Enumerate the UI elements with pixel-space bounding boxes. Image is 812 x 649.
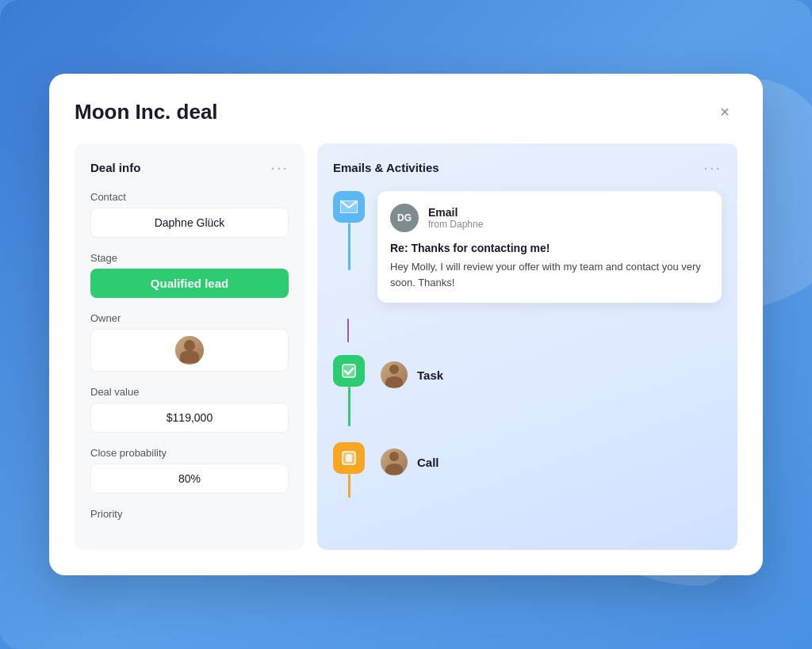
timeline-line-yellow	[348, 474, 350, 498]
email-meta: Email from Daphne	[428, 206, 709, 230]
timeline-line-green	[348, 387, 350, 426]
activities-content: Emails & Activities ···	[333, 159, 722, 498]
owner-label: Owner	[90, 312, 289, 324]
email-subject: Re: Thanks for contacting me!	[390, 242, 709, 254]
modal-title: Moon Inc. deal	[75, 100, 218, 124]
activities-header: Emails & Activities ···	[333, 159, 722, 175]
timeline-item-call: Call	[333, 442, 722, 498]
modal: Moon Inc. deal × Deal info ··· Contact D…	[49, 74, 763, 575]
task-content: Task	[381, 355, 443, 395]
task-avatar	[381, 361, 408, 388]
priority-label: Priority	[90, 508, 289, 520]
deal-info-more-button[interactable]: ···	[270, 159, 289, 175]
modal-header: Moon Inc. deal ×	[75, 99, 737, 124]
close-button[interactable]: ×	[712, 99, 737, 124]
close-prob-field-group: Close probability 80%	[90, 447, 289, 494]
email-sender-name: Email	[428, 206, 709, 219]
deal-info-panel: Deal info ··· Contact Daphne Glück Stage…	[75, 143, 304, 550]
timeline-item-email: DG Email from Daphne Re: Thanks for cont…	[333, 191, 722, 303]
stage-field-group: Stage Qualified lead	[90, 252, 289, 298]
dg-avatar: DG	[390, 204, 419, 232]
timeline-item-task: Task	[333, 355, 722, 426]
email-card-header: DG Email from Daphne	[390, 204, 709, 232]
activities-title: Emails & Activities	[333, 161, 439, 174]
task-name: Task	[417, 368, 443, 382]
stage-badge[interactable]: Qualified lead	[90, 269, 289, 298]
modal-body: Deal info ··· Contact Daphne Glück Stage…	[75, 143, 737, 550]
svg-rect-6	[346, 454, 352, 462]
close-prob-value: 80%	[90, 464, 289, 494]
call-name: Call	[417, 456, 439, 469]
activities-panel: Emails & Activities ···	[317, 143, 737, 550]
dg-avatar-initials: DG	[397, 212, 412, 223]
email-icon	[333, 191, 365, 223]
owner-value	[90, 329, 289, 372]
deal-info-title: Deal info	[90, 161, 140, 174]
deal-info-header: Deal info ···	[90, 159, 289, 175]
timeline-line-purple	[347, 319, 349, 342]
activities-more-button[interactable]: ···	[703, 159, 722, 175]
timeline-line-blue	[348, 223, 350, 270]
email-body: Hey Molly, I will review your offer with…	[390, 259, 709, 290]
deal-value-value: $119,000	[90, 403, 289, 433]
call-icon	[333, 442, 365, 474]
contact-field-group: Contact Daphne Glück	[90, 191, 289, 238]
contact-label: Contact	[90, 191, 289, 203]
owner-field-group: Owner	[90, 312, 289, 372]
stage-label: Stage	[90, 252, 289, 264]
contact-value: Daphne Glück	[90, 208, 289, 238]
email-sender-sub: from Daphne	[428, 219, 709, 230]
call-avatar	[381, 449, 408, 475]
priority-field-group: Priority	[90, 508, 289, 520]
purple-line-section	[333, 319, 722, 342]
owner-avatar	[175, 336, 204, 365]
task-icon	[333, 355, 365, 387]
deal-value-label: Deal value	[90, 386, 289, 398]
deal-value-field-group: Deal value $119,000	[90, 386, 289, 433]
close-prob-label: Close probability	[90, 447, 289, 459]
timeline: DG Email from Daphne Re: Thanks for cont…	[333, 191, 722, 498]
email-card: DG Email from Daphne Re: Thanks for cont…	[377, 191, 722, 303]
owner-avatar-image	[175, 336, 204, 365]
call-content: Call	[381, 442, 439, 482]
